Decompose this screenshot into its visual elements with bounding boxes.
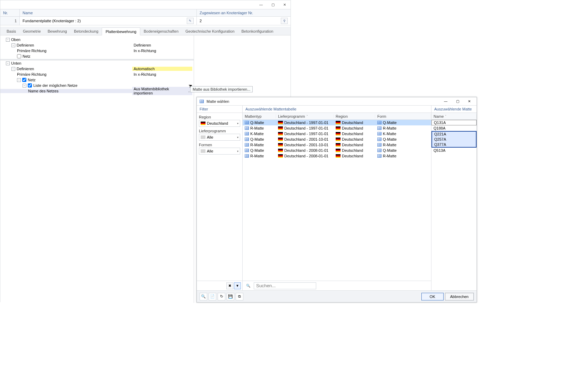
sort-asc-icon: ˄ xyxy=(306,115,308,118)
tab-plattenbewehrung[interactable]: Plattenbewehrung xyxy=(102,27,140,35)
tree-oben-netz[interactable]: Netz xyxy=(23,54,31,58)
ok-button[interactable]: OK xyxy=(421,293,444,300)
matte-row[interactable]: Q221A xyxy=(431,131,477,137)
chevron-down-icon: ▾ xyxy=(237,122,238,125)
select-mesh-dialog: Matte wählen — ▢ ✕ Filter Region Deutsch… xyxy=(196,97,477,303)
sort-asc-icon: ˄ xyxy=(445,115,446,118)
nr-value: 1 xyxy=(0,17,20,25)
tab-geotechnische[interactable]: Geotechnische Konfiguration xyxy=(182,27,238,35)
tree-liste[interactable]: Liste der möglichen Netze xyxy=(33,83,77,88)
unten-netz-checkbox[interactable] xyxy=(22,78,26,82)
table-row[interactable]: Q-MatteDeutschland - 2008-01-01Deutschla… xyxy=(243,148,431,153)
table-row[interactable]: K-MatteDeutschland - 1997-01-01Deutschla… xyxy=(243,131,431,137)
tab-geometrie[interactable]: Geometrie xyxy=(19,27,44,35)
mesh-icon xyxy=(377,126,381,130)
liste-checkbox[interactable] xyxy=(28,83,32,88)
collapse-icon[interactable]: − xyxy=(6,61,10,65)
collapse-icon[interactable]: − xyxy=(6,38,10,42)
matte-row[interactable]: Q513A xyxy=(431,148,477,153)
search-bar: 🔍 xyxy=(243,281,431,290)
mesh-icon xyxy=(377,149,381,152)
assigned-input[interactable]: 2 ⚲ xyxy=(197,17,291,25)
collapse-icon[interactable]: − xyxy=(11,67,15,71)
tree-unten-netz[interactable]: Netz xyxy=(28,78,36,82)
refresh-button[interactable]: ↻ xyxy=(218,293,225,300)
tree-unten-def[interactable]: Definieren xyxy=(17,67,34,71)
name-header: Name xyxy=(20,9,197,16)
tab-bewehrung[interactable]: Bewehrung xyxy=(44,27,70,35)
col-lieferprogramm[interactable]: Lieferprogramm˄ xyxy=(276,114,334,118)
import-ellipsis-button[interactable]: … xyxy=(187,89,192,93)
dialog-minimize-button[interactable]: — xyxy=(440,98,452,105)
tree-unten-primary-val[interactable]: In x-Richtung xyxy=(134,72,156,76)
mesh-dialog-icon xyxy=(200,99,204,104)
dialog-maximize-button[interactable]: ▢ xyxy=(452,98,463,105)
collapse-icon[interactable]: − xyxy=(23,84,26,88)
minimize-button[interactable]: — xyxy=(255,1,267,9)
mesh-icon xyxy=(377,138,381,141)
tree-oben-def-val[interactable]: Definieren xyxy=(134,43,151,47)
close-button[interactable]: ✕ xyxy=(279,1,291,9)
tree-unten-primary[interactable]: Primäre Richtung xyxy=(17,72,47,76)
tab-betondeckung[interactable]: Betondeckung xyxy=(70,27,102,35)
col-form[interactable]: Form xyxy=(375,114,431,118)
edit-name-icon[interactable]: ✎ xyxy=(187,18,194,24)
region-combo[interactable]: Deutschland ▾ xyxy=(199,120,240,127)
dialog-close-button[interactable]: ✕ xyxy=(463,98,475,105)
matte-row[interactable]: Q257A xyxy=(431,137,477,142)
collapse-icon[interactable]: − xyxy=(11,43,15,47)
all-flag-icon xyxy=(201,135,205,139)
col-mattentyp[interactable]: Mattentyp xyxy=(243,114,276,118)
name-input-text: Fundamentplatte (Knotenlager : 2) xyxy=(23,19,81,23)
collapse-icon[interactable]: − xyxy=(17,78,21,82)
tree-unten-def-val[interactable]: Automatisch xyxy=(134,67,155,71)
tab-betonkonfiguration[interactable]: Betonkonfiguration xyxy=(238,27,277,35)
cancel-button[interactable]: Abbrechen xyxy=(445,293,474,300)
table-column-headers: Mattentyp Lieferprogramm˄ Region Form xyxy=(243,113,431,120)
table-row[interactable]: R-MatteDeutschland - 1997-01-01Deutschla… xyxy=(243,125,431,131)
formen-combo[interactable]: Alle ▾ xyxy=(199,148,240,155)
tree-oben-primary-val[interactable]: In x-Richtung xyxy=(134,49,156,53)
maximize-button[interactable]: ▢ xyxy=(267,1,279,9)
tree-oben-def[interactable]: Definieren xyxy=(17,43,34,47)
tree-oben-primary[interactable]: Primäre Richtung xyxy=(17,49,47,53)
col-region[interactable]: Region xyxy=(334,114,375,118)
mesh-icon xyxy=(377,154,381,158)
germany-flag-icon xyxy=(336,121,341,124)
titlebar[interactable]: — ▢ ✕ xyxy=(0,0,291,9)
search-input[interactable] xyxy=(254,282,316,289)
name-input[interactable]: Fundamentplatte (Knotenlager : 2) ✎ xyxy=(20,17,197,25)
matte-row[interactable]: Q188A xyxy=(431,125,477,131)
zoom-button[interactable]: 🔍 xyxy=(200,293,207,300)
input-row: 1 Fundamentplatte (Knotenlager : 2) ✎ 2 … xyxy=(0,17,291,25)
table-row[interactable]: R-MatteDeutschland - 2008-01-01Deutschla… xyxy=(243,153,431,159)
filter-panel: Filter Region Deutschland ▾ Lieferprogra… xyxy=(197,106,243,290)
tree-oben[interactable]: Oben xyxy=(11,38,20,42)
clear-filter-button[interactable]: ✖ xyxy=(226,282,233,289)
tab-basis[interactable]: Basis xyxy=(3,27,19,35)
search-icon[interactable]: 🔍 xyxy=(245,282,252,289)
dialog-titlebar[interactable]: Matte wählen — ▢ ✕ xyxy=(197,97,477,106)
apply-filter-button[interactable]: ▼ xyxy=(234,282,241,289)
tree-name-netz[interactable]: Name des Netzes xyxy=(28,89,58,93)
germany-flag-icon xyxy=(336,143,341,147)
table-row[interactable]: Q-MatteDeutschland - 2001-10-01Deutschla… xyxy=(243,137,431,142)
germany-flag-icon xyxy=(336,132,341,135)
matte-row[interactable]: Q131A xyxy=(431,120,477,125)
liefer-combo[interactable]: Alle ▾ xyxy=(199,134,240,141)
tree-unten[interactable]: Unten xyxy=(11,61,21,65)
matte-row[interactable]: Q377A xyxy=(431,142,477,148)
tab-bodeneigenschaften[interactable]: Bodeneigenschaften xyxy=(140,27,182,35)
copy-button[interactable]: ⧉ xyxy=(236,293,243,300)
save-button[interactable]: 💾 xyxy=(227,293,234,300)
tree-name-netz-val[interactable]: Aus Mattenbibliothek importieren xyxy=(134,87,187,95)
col-name[interactable]: Name˄ xyxy=(431,114,477,118)
pick-support-icon[interactable]: ⚲ xyxy=(281,18,288,24)
mesh-icon xyxy=(245,154,249,158)
germany-flag-icon xyxy=(336,154,341,158)
table-row[interactable]: R-MatteDeutschland - 2001-10-01Deutschla… xyxy=(243,142,431,148)
tabs: Basis Geometrie Bewehrung Betondeckung P… xyxy=(0,27,291,35)
oben-netz-checkbox[interactable] xyxy=(17,54,21,58)
table-row[interactable]: Q-MatteDeutschland - 1997-01-01Deutschla… xyxy=(243,120,431,125)
doc-button[interactable]: 📄 xyxy=(209,293,216,300)
